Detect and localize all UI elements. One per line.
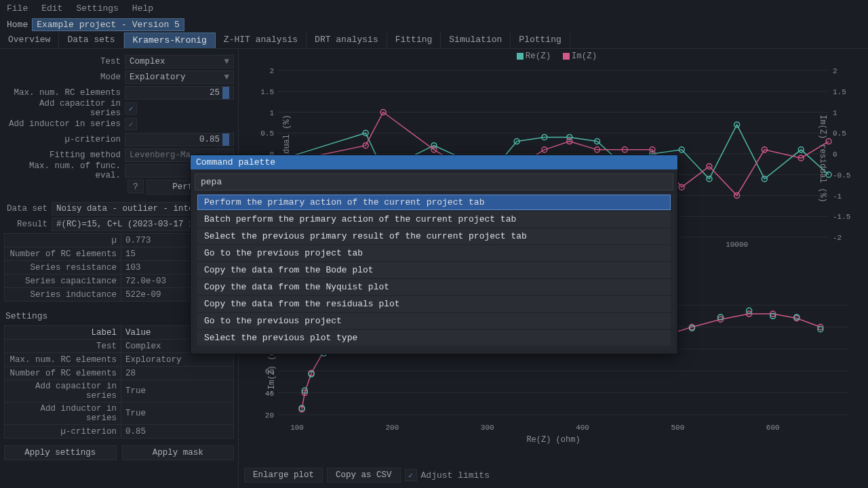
chevron-down-icon: ▼ — [224, 57, 229, 66]
svg-text:1: 1 — [833, 109, 837, 117]
setting-key: Add capacitor in series — [5, 380, 121, 403]
table-row: Add capacitor in seriesTrue — [5, 380, 234, 403]
svg-text:-1: -1 — [833, 192, 842, 201]
input-max-rc[interactable]: 25 — [125, 86, 234, 100]
svg-text:500: 500 — [671, 424, 684, 432]
label-max-rc: Max. num. RC elements — [4, 88, 125, 98]
copy-csv-button[interactable]: Copy as CSV — [327, 468, 401, 483]
stat-key: Series capacitance — [5, 274, 121, 288]
apply-mask-button[interactable]: Apply mask — [122, 445, 235, 460]
label-add-ind: Add inductor in series — [4, 119, 125, 129]
svg-text:0: 0 — [833, 150, 837, 159]
label-mode: Mode — [4, 73, 125, 82]
command-palette-item[interactable]: Perform the primary action of the curren… — [197, 195, 671, 210]
svg-text:100: 100 — [290, 424, 304, 432]
command-palette-item[interactable]: Batch perform the primary action of the … — [197, 211, 671, 227]
label-add-cap: Add capacitor in series — [4, 99, 125, 118]
setting-value: True — [121, 403, 234, 425]
svg-text:10000: 10000 — [726, 241, 748, 249]
tab-kramers-kronig[interactable]: Kramers-Kronig — [124, 33, 216, 48]
table-row: µ-criterion0.85 — [5, 425, 234, 439]
command-palette: Command palette pepa Perform the primary… — [190, 155, 678, 354]
table-row: Add inductor in seriesTrue — [5, 403, 234, 425]
menu-edit[interactable]: Edit — [41, 3, 62, 14]
label-fitmethod: Fitting method — [4, 150, 125, 160]
command-palette-title: Command palette — [191, 155, 677, 169]
help-button[interactable]: ? — [127, 180, 144, 193]
svg-point-125 — [747, 308, 752, 313]
legend-label-im: Im(Z) — [572, 52, 597, 61]
menubar: File Edit Settings Help — [0, 0, 868, 16]
slider-handle-icon[interactable] — [222, 134, 229, 146]
label-dataset: Data set — [4, 204, 52, 214]
svg-text:1.5: 1.5 — [260, 88, 274, 96]
menu-file[interactable]: File — [7, 3, 28, 14]
label-mu: µ-criterion — [4, 135, 125, 144]
command-palette-input[interactable]: pepa — [195, 174, 673, 190]
x-axis-label: Re(Z) (ohm) — [244, 435, 863, 445]
setting-key: µ-criterion — [5, 425, 121, 439]
tab-fitting[interactable]: Fitting — [387, 33, 441, 48]
svg-text:1.5: 1.5 — [833, 88, 846, 96]
svg-text:2: 2 — [269, 67, 274, 75]
svg-text:0.5: 0.5 — [260, 129, 274, 138]
svg-text:0.5: 0.5 — [833, 129, 846, 138]
command-palette-item[interactable]: Go to the previous project tab — [197, 245, 671, 261]
svg-text:400: 400 — [576, 424, 589, 432]
svg-text:1: 1 — [269, 109, 274, 117]
apply-settings-button[interactable]: Apply settings — [4, 445, 117, 460]
command-palette-item[interactable]: Copy the data from the Nyquist plot — [197, 279, 671, 295]
plot-toolbar: Enlarge plot Copy as CSV ✓ Adjust limits — [244, 468, 490, 483]
breadcrumb-project[interactable]: Example project - Version 5 — [32, 18, 184, 31]
tab-plotting[interactable]: Plotting — [511, 33, 570, 48]
select-mode[interactable]: Exploratory▼ — [125, 70, 234, 84]
stat-key: Series resistance — [5, 261, 121, 274]
command-palette-item[interactable]: Select the previous plot type — [197, 330, 671, 346]
tab-simulation[interactable]: Simulation — [441, 33, 511, 48]
menu-settings[interactable]: Settings — [76, 3, 118, 14]
label-test: Test — [4, 57, 125, 66]
breadcrumb-home[interactable]: Home — [7, 20, 28, 30]
select-test[interactable]: Complex▼ — [125, 55, 234, 68]
checkbox-add-ind[interactable]: ✓ — [125, 118, 137, 130]
command-palette-item[interactable]: Copy the data from the residuals plot — [197, 296, 671, 312]
chevron-down-icon: ▼ — [224, 73, 229, 82]
setting-key: Add inductor in series — [5, 403, 121, 425]
svg-text:2: 2 — [833, 67, 837, 75]
y-axis-label-right: Im(Z) residual (%) — [818, 115, 827, 203]
table-row: Number of RC elements28 — [5, 367, 234, 380]
project-tabs: OverviewData setsKramers-KronigZ-HIT ana… — [0, 33, 868, 49]
svg-text:300: 300 — [481, 424, 494, 432]
svg-text:20: 20 — [265, 411, 274, 420]
command-palette-item[interactable]: Copy the data from the Bode plot — [197, 262, 671, 278]
checkbox-add-cap[interactable]: ✓ — [125, 102, 137, 115]
svg-text:-2: -2 — [833, 234, 842, 242]
chart-legend: Re(Z) Im(Z) — [239, 52, 868, 61]
command-palette-list: Perform the primary action of the curren… — [193, 195, 675, 351]
svg-text:-1.5: -1.5 — [833, 213, 850, 221]
legend-swatch-im — [563, 53, 570, 60]
command-palette-item[interactable]: Go to the previous project — [197, 313, 671, 329]
enlarge-plot-button[interactable]: Enlarge plot — [244, 468, 323, 483]
adjust-limits-checkbox[interactable]: ✓ — [405, 469, 417, 481]
setting-value: 28 — [121, 367, 234, 380]
adjust-limits-label: Adjust limits — [421, 470, 490, 481]
tab-overview[interactable]: Overview — [0, 33, 59, 48]
setting-key: Test — [5, 340, 121, 353]
setting-key: Number of RC elements — [5, 367, 121, 380]
setting-value: Exploratory — [121, 353, 234, 367]
svg-text:200: 200 — [385, 424, 399, 432]
tab-z-hit-analysis[interactable]: Z-HIT analysis — [216, 33, 307, 48]
stat-key: µ — [5, 234, 121, 247]
menu-help[interactable]: Help — [132, 3, 153, 14]
setting-key: Max. num. RC elements — [5, 353, 121, 367]
label-result: Result — [4, 220, 52, 229]
tab-drt-analysis[interactable]: DRT analysis — [307, 33, 387, 48]
input-mu[interactable]: 0.85 — [125, 133, 234, 146]
label-maxfunc: Max. num. of func. eval. — [4, 161, 125, 180]
stat-key: Series inductance — [5, 288, 121, 302]
tab-data-sets[interactable]: Data sets — [59, 33, 123, 48]
slider-handle-icon[interactable] — [222, 87, 229, 99]
svg-text:600: 600 — [766, 424, 780, 432]
command-palette-item[interactable]: Select the previous primary result of th… — [197, 228, 671, 244]
